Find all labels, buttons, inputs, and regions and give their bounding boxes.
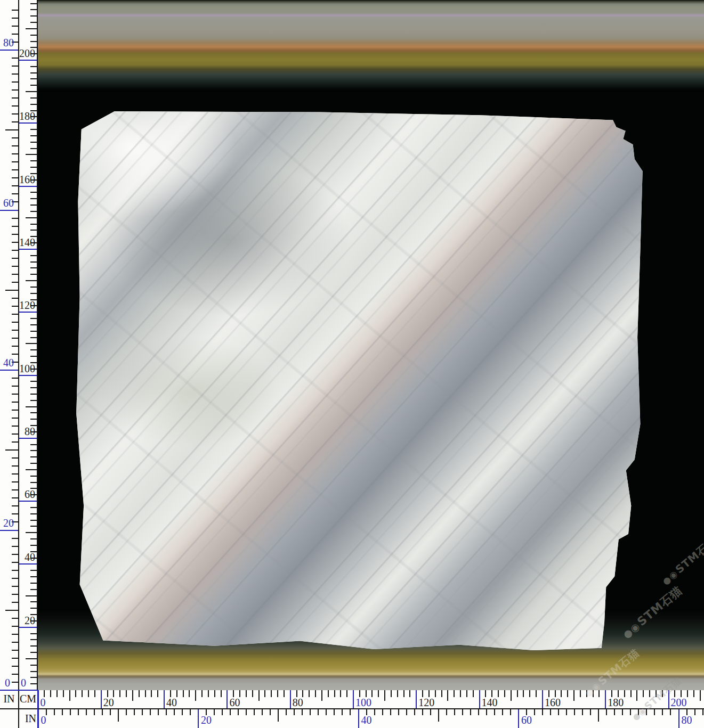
cm-major-line xyxy=(19,60,37,61)
cm-tick xyxy=(30,142,37,143)
inch-tick xyxy=(12,433,18,435)
inch-tick xyxy=(12,441,18,443)
inch-tick xyxy=(12,538,18,539)
cm-tick xyxy=(30,337,37,338)
ruler-number: 160 xyxy=(545,697,561,708)
inch-tick xyxy=(5,449,18,451)
cm-tick xyxy=(26,280,37,281)
unit-label-inch-row2: IN xyxy=(19,713,36,725)
cm-tick xyxy=(30,450,37,451)
inch-tick xyxy=(12,650,18,651)
ruler-number: 60 xyxy=(521,714,532,726)
inch-tick xyxy=(12,113,18,114)
inch-tick xyxy=(12,481,18,482)
cm-tick xyxy=(636,690,637,701)
inch-tick xyxy=(12,346,18,347)
cm-tick xyxy=(30,66,37,67)
inch-tick xyxy=(12,81,18,83)
inch-tick xyxy=(12,73,18,75)
cm-tick xyxy=(139,690,140,697)
cm-tick xyxy=(378,690,379,697)
cm-tick xyxy=(30,293,37,294)
cm-tick xyxy=(30,645,37,647)
inch-major-line xyxy=(0,50,18,51)
cm-tick xyxy=(662,690,663,697)
inch-tick xyxy=(12,34,18,35)
cm-tick xyxy=(30,583,37,584)
cm-tick xyxy=(30,255,37,256)
cm-tick xyxy=(523,690,524,697)
inch-major-line xyxy=(0,370,18,371)
unit-label-inch: IN xyxy=(0,693,18,705)
ruler-number: 80 xyxy=(19,426,35,437)
cm-tick xyxy=(30,160,37,161)
ruler-number: 0 xyxy=(41,714,46,726)
inch-tick xyxy=(12,161,18,162)
cm-tick xyxy=(30,9,37,10)
cm-tick xyxy=(63,690,64,697)
inch-tick xyxy=(12,594,18,595)
cm-major-line xyxy=(290,690,291,708)
cm-tick xyxy=(195,690,196,701)
inch-tick xyxy=(12,66,18,67)
cm-tick xyxy=(391,690,392,697)
cm-tick xyxy=(346,690,347,697)
cm-tick xyxy=(277,690,278,697)
cm-tick xyxy=(30,507,37,508)
ruler-number: 180 xyxy=(19,110,35,122)
cm-tick xyxy=(252,690,253,697)
cm-tick xyxy=(397,690,398,697)
inch-tick xyxy=(12,298,18,299)
cm-tick xyxy=(573,690,574,701)
inch-major-line xyxy=(358,708,359,728)
inch-tick xyxy=(12,105,18,107)
inch-tick xyxy=(12,330,18,331)
cm-tick xyxy=(264,690,265,697)
inch-tick xyxy=(12,497,18,498)
inch-tick xyxy=(12,193,18,194)
inch-tick xyxy=(12,10,18,11)
cm-tick xyxy=(30,261,37,263)
cm-tick xyxy=(30,41,37,42)
cm-tick xyxy=(30,22,37,23)
cm-tick xyxy=(26,28,37,29)
cm-tick xyxy=(649,690,650,697)
ruler-number: 0 xyxy=(1,677,14,689)
ruler-number: 0 xyxy=(41,697,46,708)
cm-tick xyxy=(30,104,37,105)
cm-tick xyxy=(30,267,37,268)
cm-tick xyxy=(30,387,37,388)
cm-tick xyxy=(586,690,587,697)
cm-major-line xyxy=(416,690,417,708)
inch-tick xyxy=(12,570,18,571)
cm-tick xyxy=(189,690,190,697)
cm-tick xyxy=(30,394,37,395)
cm-tick xyxy=(30,148,37,149)
inch-tick xyxy=(5,129,18,130)
inch-tick xyxy=(12,394,18,395)
inch-tick xyxy=(12,274,18,275)
ruler-divider-line xyxy=(18,0,19,728)
cm-major-line xyxy=(19,438,37,439)
ruler-number: 20 xyxy=(1,517,16,529)
cm-tick xyxy=(30,78,37,79)
cm-tick xyxy=(687,690,688,697)
inch-tick xyxy=(5,290,18,291)
cm-tick xyxy=(30,3,37,4)
cm-tick xyxy=(561,690,562,697)
inch-tick xyxy=(12,169,18,170)
cm-tick xyxy=(466,690,467,697)
ruler-number: 100 xyxy=(355,697,371,708)
cm-tick xyxy=(30,520,37,521)
cm-tick xyxy=(30,545,37,546)
cm-tick xyxy=(214,690,215,697)
cm-tick xyxy=(30,135,37,136)
ruler-number: 60 xyxy=(19,488,35,500)
cm-tick xyxy=(334,690,335,697)
cm-tick xyxy=(30,444,37,445)
ruler-number: 40 xyxy=(361,714,372,726)
inch-tick xyxy=(12,546,18,547)
cm-tick xyxy=(315,690,316,697)
inch-tick xyxy=(12,666,18,667)
ruler-number: 200 xyxy=(19,47,35,59)
